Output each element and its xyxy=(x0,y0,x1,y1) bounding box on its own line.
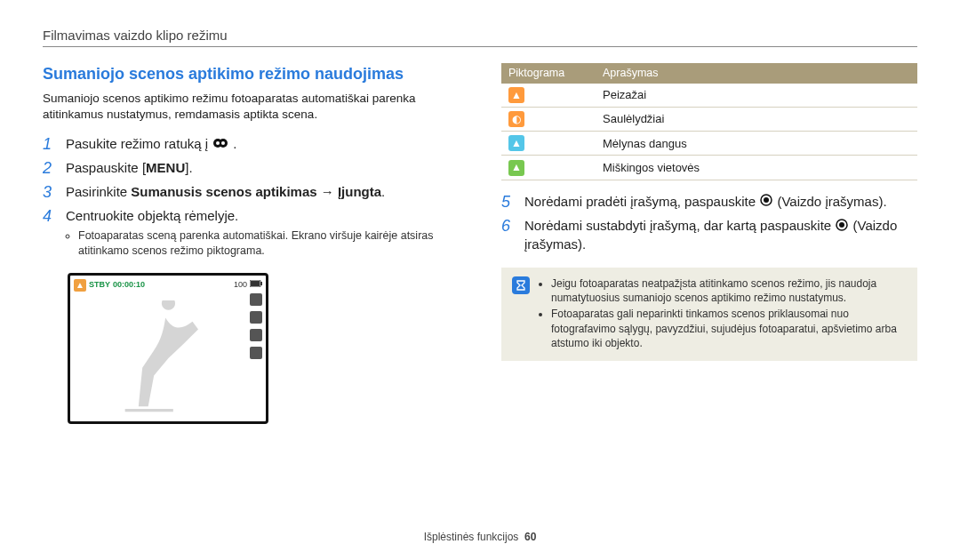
svg-point-2 xyxy=(216,141,220,145)
record-button-icon xyxy=(836,218,848,236)
table-label: Peizažai xyxy=(596,84,917,108)
step-body: Norėdami sustabdyti įrašymą, dar kartą p… xyxy=(524,217,917,253)
info-icon xyxy=(512,276,530,294)
right-column: Piktograma Aprašymas ▲ Peizažai ◐ Saulėl… xyxy=(501,63,917,423)
step-number: 3 xyxy=(43,183,57,202)
step-5: 5 Norėdami pradėti įrašymą, paspauskite … xyxy=(501,193,917,212)
step-3: 3 Pasirinkite Sumanusis scenos aptikimas… xyxy=(43,183,459,202)
header-rule xyxy=(43,46,917,47)
screen-icon-focus xyxy=(250,347,262,359)
table-row: ▲ Miškingos vietovės xyxy=(501,156,917,180)
step-6: 6 Norėdami sustabdyti įrašymą, dar kartą… xyxy=(501,217,917,253)
step-number: 1 xyxy=(43,135,57,154)
step-text: (Vaizdo įrašymas). xyxy=(777,194,886,209)
screen-right-icons xyxy=(250,293,262,359)
table-head-icon: Piktograma xyxy=(501,63,596,84)
table-row: ▲ Mėlynas dangus xyxy=(501,132,917,156)
note-list: Jeigu fotoaparatas neatpažįsta atitinkam… xyxy=(539,276,907,352)
table-row: ◐ Saulėlydžiai xyxy=(501,108,917,132)
note-item: Jeigu fotoaparatas neatpažįsta atitinkam… xyxy=(551,276,907,305)
step-text: . xyxy=(381,184,385,199)
page-number: 60 xyxy=(524,531,536,543)
step-body: Centruokite objektą rėmelyje. Fotoaparat… xyxy=(66,207,459,260)
svg-rect-5 xyxy=(260,282,262,285)
step-body: Pasirinkite Sumanusis scenos aptikimas →… xyxy=(66,183,459,202)
svg-point-9 xyxy=(764,197,769,203)
step-text: Pasukite režimo ratuką į xyxy=(66,136,212,151)
step-body: Norėdami pradėti įrašymą, paspauskite (V… xyxy=(524,193,917,212)
step-number: 5 xyxy=(501,193,516,212)
table-label: Mėlynas dangus xyxy=(596,132,917,156)
intro-paragraph: Sumaniojo scenos aptikimo režimu fotoapa… xyxy=(43,91,459,123)
step-2: 2 Paspauskite [MENU]. xyxy=(43,159,459,178)
camera-screen-illustration: ▲ STBY 00:00:10 100 xyxy=(68,273,268,424)
page: Filmavimas vaizdo klipo režimu Sumaniojo… xyxy=(0,0,960,560)
step-text: ]. xyxy=(185,160,192,175)
step-text: Norėdami sustabdyti įrašymą, dar kartą p… xyxy=(524,218,835,233)
step-number: 6 xyxy=(501,217,516,253)
sky-icon: ▲ xyxy=(508,135,524,151)
step-body: Paspauskite [MENU]. xyxy=(66,159,459,178)
table-label: Miškingos vietovės xyxy=(596,156,917,180)
screen-time: 00:00:10 xyxy=(113,279,145,290)
screen-topbar: ▲ STBY 00:00:10 100 xyxy=(74,279,262,292)
step-bold: Sumanusis scenos aptikimas → Įjungta xyxy=(131,184,381,199)
step-body: Pasukite režimo ratuką į . xyxy=(66,135,459,154)
svg-rect-6 xyxy=(251,281,260,286)
menu-button-label: MENU xyxy=(146,160,185,175)
step-1: 1 Pasukite režimo ratuką į . xyxy=(43,135,459,154)
page-footer: Išplėstinės funkcijos 60 xyxy=(0,530,960,544)
screen-iso: 100 xyxy=(234,279,247,290)
step-number: 2 xyxy=(43,159,57,178)
screen-icon-drive xyxy=(250,311,262,324)
step-sublist: Fotoaparatas sceną parenka automatiškai.… xyxy=(66,228,459,259)
footer-label: Išplėstinės funkcijos xyxy=(424,531,519,543)
left-column: Sumaniojo scenos aptikimo režimo naudoji… xyxy=(43,63,459,423)
table-head-desc: Aprašymas xyxy=(596,63,917,84)
svg-point-11 xyxy=(839,222,844,228)
table-label: Saulėlydžiai xyxy=(596,108,917,132)
forest-icon: ▲ xyxy=(508,160,524,176)
step-number: 4 xyxy=(43,207,57,260)
battery-icon xyxy=(250,279,262,290)
table-row: ▲ Peizažai xyxy=(501,84,917,108)
step-text: Centruokite objektą rėmelyje. xyxy=(66,208,238,223)
icon-table: Piktograma Aprašymas ▲ Peizažai ◐ Saulėl… xyxy=(501,63,917,180)
screen-icon-quality xyxy=(250,329,262,341)
sunset-icon: ◐ xyxy=(508,111,524,127)
landscape-icon: ▲ xyxy=(508,87,524,103)
scene-icon-badge: ▲ xyxy=(74,279,86,292)
screen-stby: STBY xyxy=(89,279,110,290)
record-button-icon xyxy=(760,193,772,211)
note-item: Fotoaparatas gali neparinkti tinkamos sc… xyxy=(551,307,907,350)
skater-silhouette xyxy=(115,300,212,416)
step-text: Pasirinkite xyxy=(66,184,131,199)
page-title: Sumaniojo scenos aptikimo režimo naudoji… xyxy=(43,63,459,84)
step-subitem: Fotoaparatas sceną parenka automatiškai.… xyxy=(78,228,459,259)
steps-list-left: 1 Pasukite režimo ratuką į . xyxy=(43,135,459,260)
mode-dial-video-icon xyxy=(212,136,232,154)
screen-icon-size xyxy=(250,293,262,306)
note-box: Jeigu fotoaparatas neatpažįsta atitinkam… xyxy=(501,268,917,361)
svg-point-3 xyxy=(221,141,225,145)
step-4: 4 Centruokite objektą rėmelyje. Fotoapar… xyxy=(43,207,459,260)
step-text: Norėdami pradėti įrašymą, paspauskite xyxy=(524,194,759,209)
steps-list-right: 5 Norėdami pradėti įrašymą, paspauskite … xyxy=(501,193,917,254)
two-column-layout: Sumaniojo scenos aptikimo režimo naudoji… xyxy=(43,63,917,423)
section-header: Filmavimas vaizdo klipo režimu xyxy=(43,27,917,44)
step-text: Paspauskite [ xyxy=(66,160,146,175)
